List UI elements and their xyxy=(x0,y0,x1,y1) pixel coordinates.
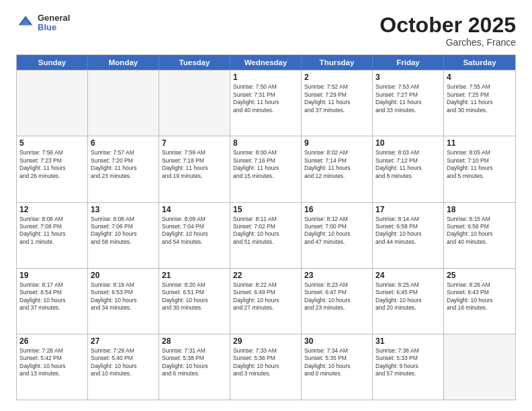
day-number: 29 xyxy=(233,336,298,346)
calendar-cell: 11Sunrise: 8:05 AM Sunset: 7:10 PM Dayli… xyxy=(444,136,515,201)
weekday-header: Monday xyxy=(88,55,159,70)
calendar-cell: 17Sunrise: 8:14 AM Sunset: 6:58 PM Dayli… xyxy=(373,203,444,268)
day-info: Sunrise: 7:28 AM Sunset: 5:42 PM Dayligh… xyxy=(19,347,85,378)
calendar-row: 1Sunrise: 7:50 AM Sunset: 7:31 PM Daylig… xyxy=(17,70,515,136)
day-info: Sunrise: 7:29 AM Sunset: 5:40 PM Dayligh… xyxy=(91,347,156,378)
day-info: Sunrise: 8:11 AM Sunset: 7:02 PM Dayligh… xyxy=(233,216,298,246)
calendar-cell: 29Sunrise: 7:33 AM Sunset: 5:36 PM Dayli… xyxy=(230,334,302,400)
day-number: 19 xyxy=(19,271,85,280)
weekday-header: Tuesday xyxy=(159,55,230,70)
day-number: 9 xyxy=(304,138,369,148)
calendar-cell: 15Sunrise: 8:11 AM Sunset: 7:02 PM Dayli… xyxy=(230,203,302,268)
day-info: Sunrise: 8:19 AM Sunset: 6:53 PM Dayligh… xyxy=(91,281,156,312)
calendar-cell: 3Sunrise: 7:53 AM Sunset: 7:27 PM Daylig… xyxy=(373,71,444,136)
weekday-header: Friday xyxy=(373,55,444,70)
day-info: Sunrise: 7:59 AM Sunset: 7:18 PM Dayligh… xyxy=(162,149,227,180)
day-number: 6 xyxy=(91,138,156,148)
day-info: Sunrise: 8:15 AM Sunset: 6:56 PM Dayligh… xyxy=(447,216,513,246)
day-info: Sunrise: 8:05 AM Sunset: 7:10 PM Dayligh… xyxy=(447,149,513,180)
logo-general: General xyxy=(38,13,70,23)
day-info: Sunrise: 8:08 AM Sunset: 7:06 PM Dayligh… xyxy=(91,216,156,246)
calendar-cell: 27Sunrise: 7:29 AM Sunset: 5:40 PM Dayli… xyxy=(88,334,159,400)
day-info: Sunrise: 8:09 AM Sunset: 7:04 PM Dayligh… xyxy=(162,216,227,246)
day-number: 3 xyxy=(375,73,441,82)
day-info: Sunrise: 8:06 AM Sunset: 7:08 PM Dayligh… xyxy=(19,216,85,246)
weekday-header: Thursday xyxy=(302,55,373,70)
calendar-cell: 22Sunrise: 8:22 AM Sunset: 6:49 PM Dayli… xyxy=(230,269,302,334)
calendar-cell: 28Sunrise: 7:31 AM Sunset: 5:38 PM Dayli… xyxy=(159,334,230,400)
day-info: Sunrise: 7:50 AM Sunset: 7:31 PM Dayligh… xyxy=(233,83,298,114)
day-number: 18 xyxy=(447,205,513,214)
calendar-body: 1Sunrise: 7:50 AM Sunset: 7:31 PM Daylig… xyxy=(17,70,515,400)
day-info: Sunrise: 8:25 AM Sunset: 6:45 PM Dayligh… xyxy=(375,281,441,312)
calendar-cell: 25Sunrise: 8:26 AM Sunset: 6:43 PM Dayli… xyxy=(444,269,515,334)
day-number: 5 xyxy=(19,138,85,148)
calendar-cell: 7Sunrise: 7:59 AM Sunset: 7:18 PM Daylig… xyxy=(159,136,230,201)
day-info: Sunrise: 7:34 AM Sunset: 5:35 PM Dayligh… xyxy=(304,347,369,378)
logo: General Blue xyxy=(16,13,70,33)
calendar-cell: 8Sunrise: 8:00 AM Sunset: 7:16 PM Daylig… xyxy=(230,136,302,201)
calendar-cell: 16Sunrise: 8:12 AM Sunset: 7:00 PM Dayli… xyxy=(302,203,373,268)
calendar-cell xyxy=(444,334,515,400)
day-info: Sunrise: 7:56 AM Sunset: 7:23 PM Dayligh… xyxy=(19,149,85,180)
day-number: 23 xyxy=(304,271,369,280)
weekday-header: Wednesday xyxy=(230,55,302,70)
day-number: 12 xyxy=(19,205,85,214)
day-number: 7 xyxy=(162,138,227,148)
calendar-row: 5Sunrise: 7:56 AM Sunset: 7:23 PM Daylig… xyxy=(17,136,515,201)
calendar-cell: 26Sunrise: 7:28 AM Sunset: 5:42 PM Dayli… xyxy=(17,334,88,400)
day-number: 22 xyxy=(233,271,298,280)
day-info: Sunrise: 8:23 AM Sunset: 6:47 PM Dayligh… xyxy=(304,281,369,312)
calendar-cell: 12Sunrise: 8:06 AM Sunset: 7:08 PM Dayli… xyxy=(17,203,88,268)
day-number: 30 xyxy=(304,336,369,346)
calendar-cell: 13Sunrise: 8:08 AM Sunset: 7:06 PM Dayli… xyxy=(88,203,159,268)
calendar-row: 12Sunrise: 8:06 AM Sunset: 7:08 PM Dayli… xyxy=(17,202,515,268)
day-info: Sunrise: 8:26 AM Sunset: 6:43 PM Dayligh… xyxy=(447,281,513,312)
calendar-cell: 23Sunrise: 8:23 AM Sunset: 6:47 PM Dayli… xyxy=(302,269,373,334)
calendar-cell: 1Sunrise: 7:50 AM Sunset: 7:31 PM Daylig… xyxy=(230,71,302,136)
location: Garches, France xyxy=(380,37,516,48)
logo-icon xyxy=(16,13,35,32)
day-info: Sunrise: 8:14 AM Sunset: 6:58 PM Dayligh… xyxy=(375,216,441,246)
calendar-cell: 4Sunrise: 7:55 AM Sunset: 7:25 PM Daylig… xyxy=(444,71,515,136)
day-info: Sunrise: 7:57 AM Sunset: 7:20 PM Dayligh… xyxy=(91,149,156,180)
logo-blue: Blue xyxy=(38,23,70,32)
calendar-cell: 30Sunrise: 7:34 AM Sunset: 5:35 PM Dayli… xyxy=(302,334,373,400)
calendar-row: 19Sunrise: 8:17 AM Sunset: 6:54 PM Dayli… xyxy=(17,268,515,334)
day-info: Sunrise: 7:52 AM Sunset: 7:29 PM Dayligh… xyxy=(304,83,369,114)
calendar-cell: 14Sunrise: 8:09 AM Sunset: 7:04 PM Dayli… xyxy=(159,203,230,268)
title-block: October 2025 Garches, France xyxy=(380,13,516,48)
day-number: 4 xyxy=(447,73,513,82)
day-info: Sunrise: 7:31 AM Sunset: 5:38 PM Dayligh… xyxy=(162,347,227,378)
day-info: Sunrise: 8:03 AM Sunset: 7:12 PM Dayligh… xyxy=(375,149,441,180)
calendar-cell: 2Sunrise: 7:52 AM Sunset: 7:29 PM Daylig… xyxy=(302,71,373,136)
day-info: Sunrise: 8:00 AM Sunset: 7:16 PM Dayligh… xyxy=(233,149,298,180)
calendar-cell: 5Sunrise: 7:56 AM Sunset: 7:23 PM Daylig… xyxy=(17,136,88,201)
calendar: SundayMondayTuesdayWednesdayThursdayFrid… xyxy=(16,54,516,400)
day-number: 16 xyxy=(304,205,369,214)
day-info: Sunrise: 8:12 AM Sunset: 7:00 PM Dayligh… xyxy=(304,216,369,246)
calendar-cell: 10Sunrise: 8:03 AM Sunset: 7:12 PM Dayli… xyxy=(373,136,444,201)
day-info: Sunrise: 8:20 AM Sunset: 6:51 PM Dayligh… xyxy=(162,281,227,312)
calendar-cell: 6Sunrise: 7:57 AM Sunset: 7:20 PM Daylig… xyxy=(88,136,159,201)
day-info: Sunrise: 7:33 AM Sunset: 5:36 PM Dayligh… xyxy=(233,347,298,378)
calendar-cell xyxy=(17,71,88,136)
day-number: 15 xyxy=(233,205,298,214)
calendar-cell: 18Sunrise: 8:15 AM Sunset: 6:56 PM Dayli… xyxy=(444,203,515,268)
calendar-cell: 31Sunrise: 7:36 AM Sunset: 5:33 PM Dayli… xyxy=(373,334,444,400)
day-info: Sunrise: 7:53 AM Sunset: 7:27 PM Dayligh… xyxy=(375,83,441,114)
day-number: 27 xyxy=(91,336,156,346)
day-number: 8 xyxy=(233,138,298,148)
weekday-header: Sunday xyxy=(17,55,88,70)
month-title: October 2025 xyxy=(380,13,516,37)
day-number: 25 xyxy=(447,271,513,280)
header: General Blue October 2025 Garches, Franc… xyxy=(16,13,516,48)
day-number: 24 xyxy=(375,271,441,280)
day-number: 17 xyxy=(375,205,441,214)
day-info: Sunrise: 8:17 AM Sunset: 6:54 PM Dayligh… xyxy=(19,281,85,312)
weekday-header: Saturday xyxy=(444,55,515,70)
day-info: Sunrise: 8:22 AM Sunset: 6:49 PM Dayligh… xyxy=(233,281,298,312)
calendar-cell: 24Sunrise: 8:25 AM Sunset: 6:45 PM Dayli… xyxy=(373,269,444,334)
calendar-cell: 21Sunrise: 8:20 AM Sunset: 6:51 PM Dayli… xyxy=(159,269,230,334)
calendar-cell xyxy=(159,71,230,136)
